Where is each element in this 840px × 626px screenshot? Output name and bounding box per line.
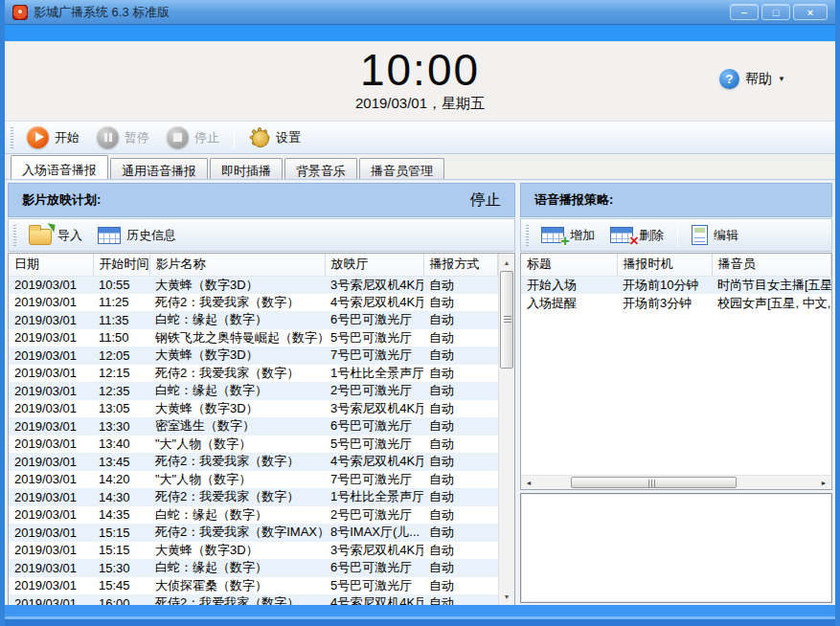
- table-cell: 自动: [423, 417, 498, 436]
- table-row[interactable]: 2019/03/0113:05大黄蜂（数字3D）3号索尼双机4K厅自动: [9, 400, 498, 418]
- table-row[interactable]: 2019/03/0114:30死侍2：我爱我家（数字）1号杜比全景声厅自动: [9, 488, 498, 506]
- table-row[interactable]: 2019/03/0113:40"大"人物（数字）5号巴可激光厅自动: [9, 436, 498, 454]
- table-row[interactable]: 2019/03/0112:05大黄蜂（数字3D）7号巴可激光厅自动: [9, 347, 498, 365]
- delete-label: 删除: [639, 227, 664, 244]
- table-cell: 自动: [423, 488, 498, 506]
- table-cell: 大黄蜂（数字3D）: [149, 347, 325, 365]
- scrollbar-thumb[interactable]: [500, 271, 513, 369]
- table-cell: 11:25: [93, 294, 149, 312]
- table-cell: 开场前3分钟: [617, 294, 712, 312]
- header-accent-band: [5, 25, 835, 42]
- clock-date: 2019/03/01，星期五: [5, 95, 835, 113]
- column-header[interactable]: 播报时机: [617, 254, 712, 276]
- titlebar[interactable]: 影城广播系统 6.3 标准版 – □ ×: [5, 0, 835, 25]
- table-row[interactable]: 2019/03/0112:15死侍2：我爱我家（数字）1号杜比全景声厅自动: [9, 365, 498, 383]
- edit-label: 编辑: [714, 227, 738, 244]
- table-cell: 大侦探霍桑（数字）: [149, 577, 325, 595]
- table-cell: 自动: [423, 400, 498, 418]
- stop-button[interactable]: 停止: [158, 123, 228, 151]
- column-header[interactable]: 影片名称: [149, 254, 325, 276]
- scroll-up-icon[interactable]: ▲: [499, 255, 514, 270]
- column-header[interactable]: 放映厅: [325, 254, 423, 276]
- column-header[interactable]: 日期: [9, 254, 93, 276]
- table-cell: 白蛇：缘起（数字）: [149, 506, 325, 525]
- scroll-down-icon[interactable]: ▼: [499, 589, 514, 604]
- table-row[interactable]: 2019/03/0113:45死侍2：我爱我家（数字）4号索尼双机4K厅自动: [9, 453, 498, 471]
- toolbar-separator: [234, 126, 235, 149]
- minimize-button[interactable]: –: [730, 4, 759, 20]
- column-header[interactable]: 播报方式: [423, 254, 498, 276]
- table-row[interactable]: 开始入场开场前10分钟时尚节目女主播[五星: [521, 276, 831, 294]
- table-row[interactable]: 2019/03/0115:45大侦探霍桑（数字）5号巴可激光厅自动: [9, 577, 498, 595]
- pause-button[interactable]: 暂停: [88, 123, 158, 151]
- start-label: 开始: [55, 129, 79, 146]
- help-button[interactable]: ? 帮助 ▼: [719, 69, 785, 89]
- settings-button[interactable]: 设置: [240, 123, 309, 151]
- table-cell: 2019/03/01: [9, 594, 93, 605]
- window-title: 影城广播系统 6.3 标准版: [34, 4, 730, 21]
- toolbar-grip: [13, 225, 16, 246]
- column-header[interactable]: 标题: [521, 254, 617, 276]
- table-cell: 2019/03/01: [9, 417, 93, 436]
- strategy-table-body: 开始入场开场前10分钟时尚节目女主播[五星入场提醒开场前3分钟校园女声[五星, …: [521, 276, 831, 312]
- tab-4[interactable]: 播音员管理: [359, 158, 444, 179]
- edit-button[interactable]: 编辑: [684, 223, 746, 247]
- toolbar-grip: [11, 127, 13, 148]
- add-button[interactable]: + 增加: [534, 225, 602, 246]
- table-cell: 自动: [423, 594, 498, 605]
- tab-0[interactable]: 入场语音播报: [11, 155, 108, 179]
- table-cell: 自动: [423, 542, 498, 560]
- scroll-left-icon[interactable]: ◄: [522, 476, 535, 489]
- table-row[interactable]: 2019/03/0111:25死侍2：我爱我家（数字）4号索尼双机4K厅自动: [9, 294, 498, 312]
- column-header[interactable]: 开始时间: [93, 254, 149, 276]
- table-row[interactable]: 2019/03/0111:35白蛇：缘起（数字）6号巴可激光厅自动: [9, 311, 498, 329]
- table-cell: 11:50: [93, 329, 149, 347]
- tab-2[interactable]: 即时插播: [210, 158, 283, 179]
- table-row[interactable]: 2019/03/0111:50钢铁飞龙之奥特曼崛起（数字）5号巴可激光厅自动: [9, 329, 498, 347]
- start-button[interactable]: 开始: [18, 123, 88, 151]
- vertical-scrollbar[interactable]: ▲ ▼: [498, 254, 514, 605]
- table-cell: 2019/03/01: [9, 506, 93, 525]
- table-cell: 死侍2：我爱我家（数字）: [149, 453, 325, 471]
- main-toolbar: 开始 暂停 停止 设置: [5, 121, 835, 154]
- table-cell: 10:55: [93, 276, 149, 294]
- table-row[interactable]: 2019/03/0112:35白蛇：缘起（数字）2号巴可激光厅自动: [9, 382, 498, 400]
- tab-3[interactable]: 背景音乐: [284, 158, 357, 179]
- scrollbar-thumb[interactable]: [571, 477, 737, 488]
- table-cell: 自动: [423, 347, 498, 365]
- maximize-button[interactable]: □: [761, 4, 790, 20]
- settings-label: 设置: [276, 129, 301, 146]
- table-row[interactable]: 2019/03/0116:00死侍2：我爱我家（数字）4号索尼双机4K厅自动: [9, 594, 498, 605]
- chevron-down-icon: ▼: [778, 75, 785, 83]
- table-cell: 6号巴可激光厅: [325, 311, 423, 329]
- table-row[interactable]: 2019/03/0114:35白蛇：缘起（数字）2号巴可激光厅自动: [9, 506, 498, 525]
- table-row[interactable]: 2019/03/0114:20"大"人物（数字）7号巴可激光厅自动: [9, 471, 498, 489]
- help-label: 帮助: [745, 71, 772, 88]
- column-header[interactable]: 播音员: [712, 254, 831, 276]
- import-button[interactable]: 导入: [21, 224, 90, 247]
- table-cell: 2019/03/01: [9, 524, 93, 542]
- table-cell: 12:35: [93, 382, 149, 400]
- schedule-panel: 影片放映计划: 停止 导入 历史信息 日期开始时间影片名称放映厅播报方式: [8, 183, 515, 603]
- close-button[interactable]: ×: [793, 4, 828, 20]
- table-cell: 钢铁飞龙之奥特曼崛起（数字）: [149, 329, 325, 347]
- tab-1[interactable]: 通用语音播报: [110, 158, 208, 179]
- table-row[interactable]: 2019/03/0115:15死侍2：我爱我家（数字IMAX）8号IMAX厅(儿…: [9, 524, 498, 542]
- history-button[interactable]: 历史信息: [90, 225, 184, 246]
- table-cell: 14:30: [93, 488, 149, 506]
- table-cell: 15:30: [93, 559, 149, 577]
- edit-document-icon: [692, 225, 708, 245]
- table-row[interactable]: 2019/03/0115:15大黄蜂（数字3D）3号索尼双机4K厅自动: [9, 542, 498, 560]
- horizontal-scrollbar[interactable]: ◄ ►: [521, 475, 831, 489]
- table-cell: 自动: [423, 577, 498, 595]
- table-cell: 死侍2：我爱我家（数字）: [149, 488, 325, 506]
- scroll-right-icon[interactable]: ►: [817, 476, 830, 489]
- table-row[interactable]: 入场提醒开场前3分钟校园女声[五星, 中文,: [521, 294, 831, 312]
- table-row[interactable]: 2019/03/0110:55大黄蜂（数字3D）3号索尼双机4K厅自动: [9, 276, 498, 294]
- table-row[interactable]: 2019/03/0115:30白蛇：缘起（数字）6号巴可激光厅自动: [9, 559, 498, 577]
- import-folder-icon: [29, 229, 52, 245]
- strategy-table-header: 标题播报时机播音员: [521, 254, 831, 276]
- delete-button[interactable]: × 删除: [602, 225, 671, 246]
- table-cell: 自动: [423, 329, 498, 347]
- table-row[interactable]: 2019/03/0113:30密室逃生（数字）6号巴可激光厅自动: [9, 417, 498, 436]
